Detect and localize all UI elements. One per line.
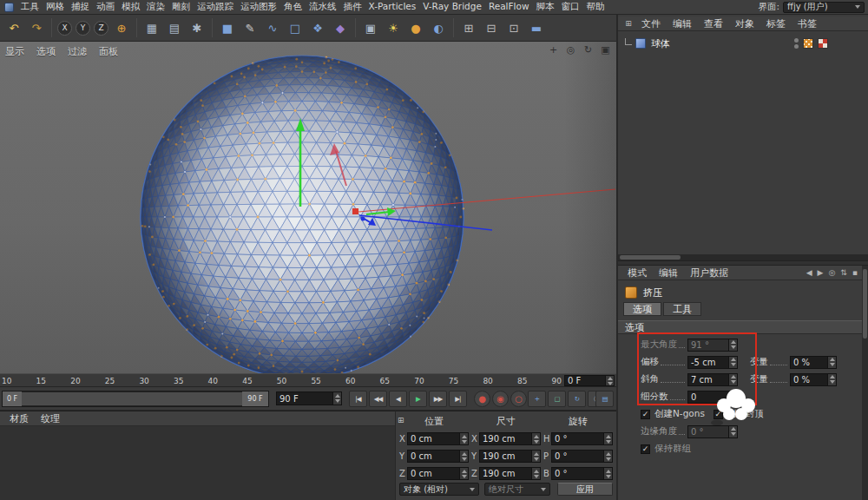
- spinner-icon[interactable]: [332, 392, 341, 405]
- record-keyframe-button[interactable]: ●: [474, 391, 490, 407]
- coordinate-system-button[interactable]: ⊕: [111, 17, 132, 38]
- object-row[interactable]: 球体: [618, 36, 868, 51]
- om-menu-5[interactable]: 书签: [792, 17, 823, 30]
- position-z-field[interactable]: 0 cm: [407, 467, 469, 480]
- offset-variance-field[interactable]: 0 %: [790, 356, 837, 369]
- position-header[interactable]: 位置: [399, 415, 469, 428]
- menubar-item-12[interactable]: X-Particles: [365, 1, 420, 13]
- size-y-field[interactable]: 190 cm: [479, 450, 541, 463]
- menubar-item-11[interactable]: 插件: [340, 1, 365, 13]
- timeline-range-bar[interactable]: [3, 392, 267, 405]
- menubar-item-7[interactable]: 运动跟踪: [194, 1, 237, 13]
- menubar-item-4[interactable]: 模拟: [118, 1, 143, 13]
- preserve-groups-checkbox[interactable]: [641, 444, 650, 454]
- visibility-dots-icon[interactable]: [794, 38, 799, 49]
- axis-x-lock-button[interactable]: X: [57, 21, 72, 36]
- create-ngons-checkbox[interactable]: [641, 410, 650, 419]
- material-sphere-button[interactable]: ●: [405, 17, 426, 38]
- camera-button[interactable]: ▣: [360, 17, 381, 38]
- spinner-icon[interactable]: [531, 468, 540, 479]
- viewport-menu-2[interactable]: 过滤: [68, 45, 87, 58]
- menubar-item-3[interactable]: 动画: [93, 1, 118, 13]
- menubar-item-17[interactable]: 帮助: [582, 1, 608, 13]
- apply-button[interactable]: 应用: [557, 483, 613, 496]
- play-button[interactable]: ▶: [409, 391, 427, 407]
- primitive-cube-button[interactable]: ■: [217, 17, 238, 38]
- menubar-item-0[interactable]: 工具: [17, 1, 43, 13]
- menubar-item-2[interactable]: 捕捉: [68, 1, 93, 13]
- pan-view-icon[interactable]: +: [547, 43, 560, 56]
- range-start-handle[interactable]: 0 F: [3, 391, 22, 406]
- workplane-button[interactable]: ⊡: [503, 17, 524, 38]
- key-position-toggle[interactable]: +: [528, 391, 546, 407]
- size-header[interactable]: 尺寸: [471, 415, 541, 428]
- menubar-item-5[interactable]: 渲染: [143, 1, 168, 13]
- tab-tool[interactable]: 工具: [663, 302, 701, 316]
- spinner-icon[interactable]: [603, 451, 612, 462]
- spinner-icon[interactable]: [459, 451, 468, 462]
- spinner-icon[interactable]: [459, 433, 468, 444]
- array-button[interactable]: ❖: [307, 17, 328, 38]
- rotation-b-field[interactable]: 0 °: [551, 467, 613, 480]
- attribute-manager-scrollbar[interactable]: [862, 266, 868, 500]
- search-icon[interactable]: ◎: [828, 268, 835, 277]
- menubar-item-6[interactable]: 雕刻: [168, 1, 194, 13]
- rotation-h-field[interactable]: 0 °: [551, 432, 613, 445]
- am-menu-2[interactable]: 用户数据: [684, 266, 734, 280]
- key-scale-toggle[interactable]: ▢: [548, 391, 566, 407]
- light-button[interactable]: ☀: [383, 17, 404, 38]
- rotation-p-field[interactable]: 0 °: [551, 450, 613, 463]
- viewport-menu-1[interactable]: 选项: [36, 45, 56, 58]
- axis-z-lock-button[interactable]: Z: [94, 21, 108, 36]
- goto-start-button[interactable]: |◀: [349, 391, 367, 407]
- om-menu-3[interactable]: 对象: [729, 17, 760, 30]
- range-end-handle[interactable]: 90 F: [242, 391, 268, 406]
- menubar-item-13[interactable]: V-Ray Bridge: [419, 1, 485, 13]
- materials-menu-item[interactable]: 材质: [3, 412, 35, 425]
- key-rotation-toggle[interactable]: ↻: [568, 391, 586, 407]
- bevel-variance-field[interactable]: 0 %: [790, 373, 837, 386]
- tab-options[interactable]: 选项: [623, 302, 661, 316]
- spinner-icon[interactable]: [603, 468, 612, 479]
- interface-dropdown[interactable]: ffjy (用户): [783, 2, 865, 13]
- grid-snap-button[interactable]: ⊟: [481, 17, 502, 38]
- environment-button[interactable]: ◐: [428, 17, 449, 38]
- spinner-icon[interactable]: [531, 451, 540, 462]
- menubar-item-9[interactable]: 角色: [280, 1, 306, 13]
- am-menu-1[interactable]: 编辑: [653, 266, 684, 280]
- om-menu-1[interactable]: 编辑: [667, 17, 698, 30]
- viewport-menu-3[interactable]: 面板: [99, 45, 118, 58]
- toggle-view-icon[interactable]: ▣: [599, 43, 612, 56]
- lock-icon[interactable]: ▪: [852, 268, 858, 277]
- sort-icon[interactable]: ⇅: [840, 268, 847, 277]
- size-z-field[interactable]: 190 cm: [479, 467, 541, 480]
- menubar-item-14[interactable]: RealFlow: [485, 1, 533, 13]
- record-options-button[interactable]: ○: [510, 391, 527, 407]
- render-queue-icon[interactable]: ▤: [595, 391, 614, 407]
- rotate-view-icon[interactable]: ↻: [582, 43, 595, 56]
- subdivision-surface-button[interactable]: □: [285, 17, 306, 38]
- object-manager-hscrollbar[interactable]: [618, 254, 868, 260]
- spinner-icon[interactable]: [531, 433, 540, 444]
- texture-tag-icon[interactable]: [818, 38, 828, 49]
- snap-toggle-button[interactable]: ⊞: [458, 17, 479, 38]
- spinner-icon[interactable]: [827, 374, 836, 385]
- menubar-item-10[interactable]: 流水线: [306, 1, 340, 13]
- object-name[interactable]: 球体: [651, 37, 670, 50]
- position-x-field[interactable]: 0 cm: [407, 432, 469, 445]
- history-forward-icon[interactable]: ▶: [818, 268, 824, 277]
- om-menu-2[interactable]: 查看: [698, 17, 729, 30]
- redo-button[interactable]: ↷: [26, 17, 47, 38]
- floor-button[interactable]: ▬: [526, 17, 547, 38]
- current-frame-field[interactable]: 90 F: [276, 391, 342, 405]
- spline-primitive-button[interactable]: ∿: [262, 17, 283, 38]
- menubar-item-1[interactable]: 网格: [43, 1, 68, 13]
- spinner-icon[interactable]: [603, 433, 612, 444]
- textures-menu-item[interactable]: 纹理: [35, 412, 66, 425]
- coordinate-mode-dropdown[interactable]: 对象 (相对): [399, 483, 479, 496]
- size-mode-dropdown[interactable]: 绝对尺寸: [484, 483, 550, 496]
- spline-pen-button[interactable]: ✎: [240, 17, 260, 38]
- spinner-icon[interactable]: [605, 376, 614, 385]
- goto-end-button[interactable]: ▶|: [449, 391, 467, 407]
- timeline-range-track[interactable]: 0 F 90 F: [2, 391, 269, 407]
